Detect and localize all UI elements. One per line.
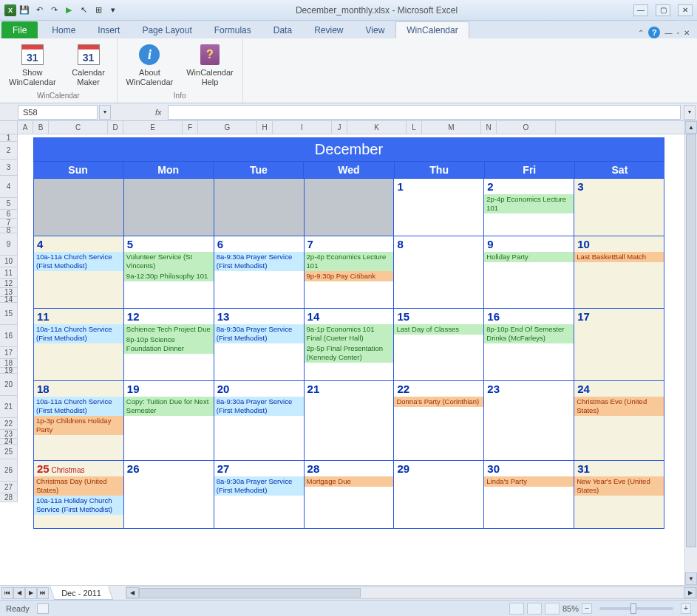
calendar-event[interactable]: 9p-9:30p Pay Citibank (305, 271, 394, 281)
calendar-event[interactable]: 1p-3p Childrens Holiday Party (34, 416, 123, 435)
row-header[interactable]: 20 (0, 374, 17, 396)
calendar-event[interactable]: Linda's Party (484, 476, 574, 487)
column-header[interactable]: I (273, 121, 332, 134)
zoom-level[interactable]: 85% (562, 604, 579, 613)
arrow-icon[interactable]: ↖ (77, 4, 90, 17)
calendar-event[interactable]: 8p-10p Science Foundation Dinner (124, 335, 214, 354)
calendar-cell[interactable]: 10Last BasketBall Match (574, 236, 664, 309)
calendar-cell[interactable]: 138a-9:30a Prayer Service (First Methodi… (214, 309, 305, 381)
sheet-tab[interactable]: Dec - 2011 (50, 586, 113, 600)
calendar-event[interactable]: 8a-9:30a Prayer Service (First Methodist… (214, 476, 304, 496)
column-header[interactable]: M (422, 121, 481, 134)
scroll-right-button[interactable]: ▶ (684, 587, 696, 598)
qat-dropdown-icon[interactable]: ▾ (106, 4, 120, 17)
page-break-view-button[interactable] (545, 603, 560, 615)
calendar-event[interactable]: 2p-4p Economics Lecture 101 (484, 194, 574, 213)
calendar-cell[interactable]: 23 (484, 381, 574, 461)
calendar-cell[interactable] (33, 179, 124, 236)
calendar-cell[interactable]: 26 (124, 461, 214, 529)
calendar-cell[interactable]: 9Holiday Party (484, 236, 574, 309)
tab-first-button[interactable]: ⏮ (1, 587, 13, 599)
row-header[interactable]: 16 (0, 325, 17, 347)
formula-input[interactable] (168, 105, 681, 120)
zoom-slider[interactable] (599, 607, 673, 610)
calendar-cell[interactable]: 24Christmas Eve (United States) (574, 381, 664, 461)
calendar-event[interactable]: Volunteer Service (St Vincents) (124, 252, 214, 271)
scroll-up-button[interactable]: ▲ (685, 121, 697, 134)
calendar-cell[interactable] (124, 179, 214, 236)
row-header[interactable]: 25 (0, 445, 17, 459)
column-header[interactable]: G (198, 121, 257, 134)
workbook-minimize-icon[interactable]: — (664, 29, 672, 37)
name-box[interactable]: S58 (18, 105, 98, 120)
page-layout-view-button[interactable] (527, 603, 542, 615)
calendar-cell[interactable] (305, 179, 395, 236)
run-script-icon[interactable]: ▶ (62, 4, 75, 17)
row-header[interactable]: 26 (0, 459, 17, 482)
save-icon[interactable]: 💾 (18, 4, 31, 17)
calendar-cell[interactable]: 68a-9:30a Prayer Service (First Methodis… (214, 236, 305, 309)
wincalendar-help-button[interactable]: ? WinCalendar Help (183, 41, 237, 90)
select-all-corner[interactable] (0, 121, 18, 134)
calendar-event[interactable]: 9a-1p Economics 101 Final (Cueter Hall) (305, 324, 394, 343)
column-header[interactable]: B (33, 121, 49, 134)
row-header[interactable]: 4 (0, 176, 17, 198)
excel-app-icon[interactable]: X (4, 4, 16, 16)
row-header[interactable]: 3 (0, 160, 17, 176)
normal-view-button[interactable] (509, 603, 524, 615)
calendar-cell[interactable]: 12Schience Tech Project Due8p-10p Scienc… (124, 309, 214, 381)
tab-insert[interactable]: Insert (86, 21, 131, 38)
tab-wincalendar[interactable]: WinCalendar (395, 21, 469, 38)
row-header[interactable]: 19 (0, 368, 17, 374)
calendar-event[interactable]: Schience Tech Project Due (124, 324, 214, 335)
column-header[interactable]: F (183, 121, 198, 134)
workbook-restore-icon[interactable]: ▫ (676, 29, 679, 37)
redo-icon[interactable]: ↷ (47, 4, 61, 17)
row-header[interactable]: 12 (0, 279, 17, 288)
row-header[interactable]: 15 (0, 303, 17, 325)
calendar-event[interactable]: Donna's Party (Corinthian) (394, 397, 483, 407)
calendar-cell[interactable]: 15Last Day of Classes (394, 309, 484, 381)
zoom-slider-thumb[interactable] (630, 603, 636, 614)
tab-data[interactable]: Data (262, 21, 303, 38)
column-header[interactable]: H (257, 121, 273, 134)
close-button[interactable]: ✕ (678, 4, 693, 16)
formula-expand[interactable]: ▾ (684, 105, 696, 120)
row-header[interactable]: 2 (0, 142, 17, 160)
row-header[interactable]: 10 (0, 256, 17, 267)
calendar-event[interactable]: 10a-11a Church Service (First Methodist) (34, 252, 123, 271)
column-header[interactable]: A (18, 121, 33, 134)
calendar-cell[interactable]: 25 ChristmasChristmas Day (United States… (33, 461, 124, 529)
maximize-button[interactable]: ▢ (656, 4, 670, 16)
calendar-event[interactable]: Last Day of Classes (394, 324, 483, 335)
calendar-event[interactable]: Copy: Tuition Due for Next Semester (124, 397, 214, 416)
tab-next-button[interactable]: ▶ (25, 587, 37, 599)
tab-formulas[interactable]: Formulas (203, 21, 262, 38)
column-header[interactable]: D (108, 121, 123, 134)
tab-review[interactable]: Review (303, 21, 354, 38)
calendar-event[interactable]: Mortgage Due (305, 476, 394, 487)
scroll-down-button[interactable]: ▼ (685, 572, 697, 585)
calendar-cell[interactable]: 3 (574, 179, 664, 236)
undo-icon[interactable]: ↶ (33, 4, 46, 17)
calendar-event[interactable]: 8p-10p End Of Semester Drinks (McFarleys… (484, 324, 574, 343)
scroll-left-button[interactable]: ◀ (126, 587, 139, 598)
hscroll-thumb[interactable] (139, 588, 361, 598)
calendar-cell[interactable]: 30Linda's Party (484, 461, 574, 529)
row-header[interactable]: 27 (0, 482, 17, 493)
calendar-event[interactable]: 2p-5p Final Presentation (Kennedy Center… (305, 343, 394, 363)
horizontal-scrollbar[interactable]: ◀ ▶ (126, 586, 697, 599)
about-wincalendar-button[interactable]: i About WinCalendar (123, 41, 177, 90)
tab-prev-button[interactable]: ◀ (13, 587, 25, 599)
calendar-cell[interactable]: 149a-1p Economics 101 Final (Cueter Hall… (305, 309, 395, 381)
calendar-event[interactable]: 10a-11a Church Service (First Methodist) (34, 324, 123, 343)
calendar-cell[interactable]: 5Volunteer Service (St Vincents)9a-12:30… (124, 236, 214, 309)
calendar-cell[interactable]: 19Copy: Tuition Due for Next Semester (124, 381, 214, 461)
row-header[interactable]: 6 (0, 210, 17, 219)
calendar-cell[interactable]: 17 (574, 309, 664, 381)
minimize-ribbon-icon[interactable]: ⌃ (638, 29, 644, 37)
row-header[interactable]: 8 (0, 227, 17, 233)
calendar-event[interactable]: 8a-9:30a Prayer Service (First Methodist… (214, 252, 304, 271)
row-header[interactable]: 5 (0, 198, 17, 210)
show-wincalendar-button[interactable]: 31 Show WinCalendar (6, 41, 59, 90)
